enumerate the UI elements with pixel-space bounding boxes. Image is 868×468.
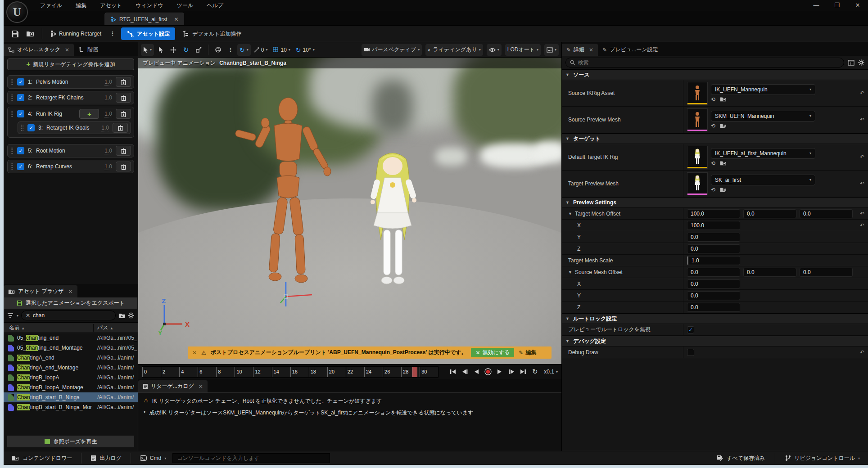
menu-window[interactable]: ウィンドウ [129, 0, 170, 11]
menu-tools[interactable]: ツール [170, 0, 200, 11]
browse-icon[interactable] [720, 96, 727, 102]
console-command-input[interactable] [172, 453, 330, 463]
smo-y-field[interactable]: 0.0 [687, 291, 740, 300]
asset-settings-button[interactable]: アセット設定 [121, 27, 175, 40]
source-mesh-dropdown[interactable]: SKM_UEFN_Mannequin▾ [711, 111, 815, 122]
tab-rtg-uefn-ai-first[interactable]: RTG_UEFN_ai_first ✕ [104, 13, 184, 25]
target-mesh-offset-x-field[interactable]: 100.0 [687, 209, 740, 218]
play-reverse-button[interactable] [472, 368, 481, 376]
menu-file[interactable]: ファイル [33, 0, 69, 11]
tab-asset-browser[interactable]: アセット ブラウザ ✕ [4, 285, 77, 297]
op-row-retarget-ik-goals[interactable]: ✓ 3: Retarget IK Goals 1.0 [18, 122, 131, 134]
column-path[interactable]: パス ▲ [94, 324, 113, 332]
save-search-icon[interactable] [118, 313, 125, 319]
screenshot-button[interactable]: ▾ [544, 44, 559, 56]
details-gear-icon[interactable] [858, 59, 864, 66]
delete-op-button[interactable] [113, 123, 128, 133]
target-mesh-scale-field[interactable]: 1.0 [687, 256, 740, 265]
step-forward-button[interactable] [507, 368, 516, 376]
clear-search-icon[interactable]: ✕ [26, 312, 30, 319]
playback-speed-button[interactable]: x0.1▾ [544, 369, 558, 375]
move-snap-button[interactable]: 0▾ [252, 44, 270, 56]
rotate-tool-button[interactable]: ↻ [180, 44, 192, 56]
log-messages[interactable]: ⚠ IK リターゲッタのボーン チェーン、Root を正規化できませんでした。チ… [138, 392, 561, 451]
output-log-button[interactable]: 出力ログ [86, 452, 126, 464]
reset-to-default-icon[interactable]: ↶ [856, 80, 868, 106]
source-mesh-offset-z-field[interactable]: 0.0 [800, 268, 853, 277]
op-enabled-checkbox[interactable]: ✓ [17, 163, 24, 170]
play-button[interactable] [495, 368, 504, 376]
target-character-figure[interactable] [359, 150, 426, 303]
timeline-ruler[interactable]: 024681012141618202224262830 [142, 366, 439, 378]
op-weight-field[interactable]: 1.0 [104, 111, 112, 117]
section-root-lock[interactable]: ▼ルートロック設定 [562, 313, 868, 324]
use-selected-icon[interactable]: ⟲ [711, 187, 715, 193]
default-chain-ops-button[interactable]: デフォルト追加操作 [180, 27, 244, 40]
op-enabled-checkbox[interactable]: ✓ [17, 110, 24, 117]
asset-row[interactable]: ChantingB_loopA_Montage/All/Ga...i/anim/ [4, 382, 138, 392]
retarget-options-button[interactable]: ⋮ [106, 27, 119, 40]
play-reference-pose-button[interactable]: 参照ポーズを再生 [7, 436, 134, 447]
target-mesh-offset-z-field[interactable]: 0.0 [800, 209, 853, 218]
reset-to-default-icon[interactable]: ↶ [856, 346, 868, 358]
filter-chevron-icon[interactable]: ▾ [17, 314, 18, 318]
restore-button[interactable]: ❐ [827, 0, 847, 11]
menu-asset[interactable]: アセット [93, 0, 129, 11]
delete-op-button[interactable] [116, 146, 131, 156]
details-search-box[interactable] [565, 58, 844, 68]
add-retarget-op-button[interactable]: + 新規リターゲティング操作を追加 [7, 58, 134, 70]
ignore-root-lock-checkbox[interactable]: ✓ [687, 326, 694, 333]
loop-button[interactable]: ↻ [530, 368, 539, 376]
asset-row[interactable]: ChantingB_start_B_Ninga_Mor/All/Ga...i/a… [4, 402, 138, 412]
debug-draw-checkbox[interactable] [687, 349, 694, 356]
drag-grip-icon[interactable] [10, 78, 14, 86]
asset-row[interactable]: 05_chanting_end/All/Ga...nim/05_ [4, 333, 138, 343]
op-weight-field[interactable]: 1.0 [104, 148, 112, 154]
log-tab-close-icon[interactable]: ✕ [199, 383, 203, 390]
op-row-pelvis-motion[interactable]: ✓ 1: Pelvis Motion 1.0 [7, 75, 134, 89]
section-source[interactable]: ▼ソース [562, 69, 868, 80]
source-mesh-thumbnail[interactable] [687, 108, 708, 131]
target-mesh-dropdown[interactable]: SK_ai_first▾ [711, 175, 815, 185]
delete-op-button[interactable] [116, 109, 131, 119]
go-to-end-button[interactable] [519, 368, 528, 376]
drag-grip-icon[interactable] [10, 94, 14, 101]
op-row-root-motion[interactable]: ✓ 5: Root Motion 1.0 [7, 144, 134, 158]
tab-op-stack[interactable]: オペレ...スタック ✕ [4, 44, 74, 56]
lod-auto-button[interactable]: LODオート▾ [505, 44, 541, 56]
viewport-options-button[interactable]: ⋮ [225, 44, 236, 56]
viewport-scene[interactable]: Z X Y プレビュー中 アニメーション ChantingB_start_B_N… [138, 58, 561, 364]
op-enabled-checkbox[interactable]: ✓ [17, 94, 24, 101]
tab-close-icon[interactable]: ✕ [174, 16, 178, 22]
smo-z-field[interactable]: 0.0 [687, 303, 740, 312]
asset-row-selected[interactable]: ChantingB_start_B_Ninga/All/Ga...i/anim/ [4, 392, 138, 402]
grid-snap-button[interactable]: 10▾ [271, 44, 292, 56]
target-mesh-offset-y-field[interactable]: 0.0 [743, 209, 796, 218]
surface-snap-button[interactable]: ↻▾ [237, 44, 251, 56]
translate-tool-button[interactable] [167, 44, 179, 56]
section-preview-settings[interactable]: ▼Preview Settings [562, 197, 868, 208]
asset-row[interactable]: ChantingB_loopA/All/Ga...i/anim/ [4, 373, 138, 382]
op-stack-tab-close-icon[interactable]: ✕ [65, 47, 69, 53]
section-debug[interactable]: ▼デバッグ設定 [562, 336, 868, 346]
step-back-button[interactable] [460, 368, 469, 376]
target-ikrig-thumbnail[interactable] [687, 146, 708, 169]
select-tool-button[interactable] [155, 44, 167, 56]
section-target[interactable]: ▼ターゲット [562, 133, 868, 144]
op-enabled-checkbox[interactable]: ✓ [27, 124, 35, 131]
asset-row[interactable]: ChantingA_end/All/Ga...i/anim/ [4, 353, 138, 363]
source-mesh-offset-y-field[interactable]: 0.0 [743, 268, 796, 277]
op-weight-field[interactable]: 1.0 [101, 125, 109, 131]
asset-row[interactable]: 05_chanting_end_Montage/All/Ga...nim/05_ [4, 343, 138, 353]
op-row-run-ik-rig[interactable]: ✓ 4: Run IK Rig + 1.0 [8, 107, 134, 121]
source-mesh-offset-x-field[interactable]: 0.0 [687, 268, 740, 277]
display-filter-icon[interactable] [848, 60, 854, 66]
tab-retarget-log[interactable]: リターゲ...カログ ✕ [138, 380, 208, 392]
smo-x-field[interactable]: 0.0 [687, 279, 740, 288]
source-ikrig-thumbnail[interactable] [687, 82, 708, 105]
op-enabled-checkbox[interactable]: ✓ [17, 78, 24, 86]
column-name[interactable]: 名前 ▲ [4, 324, 94, 332]
filter-icon[interactable] [7, 313, 14, 318]
tmo-x-field[interactable]: 100.0 [687, 221, 740, 230]
asset-search-box[interactable]: ✕ [21, 310, 116, 320]
